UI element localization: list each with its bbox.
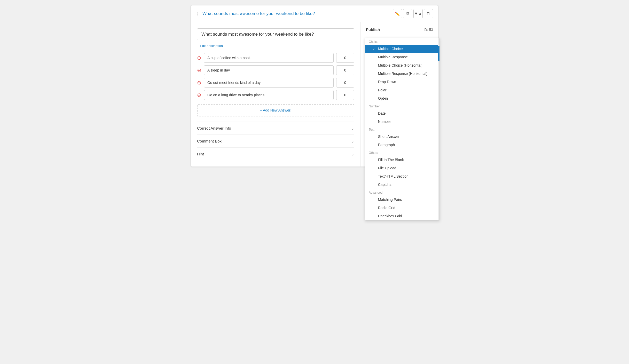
dropdown-item-matching-pairs[interactable]: Matching Pairs bbox=[365, 195, 439, 204]
dropdown-item-fill-in-blank[interactable]: Fill In The Blank bbox=[365, 156, 439, 164]
dropdown-item-label: Drop Down bbox=[378, 80, 396, 84]
correct-answer-label: Correct Answer Info bbox=[197, 126, 231, 130]
dropdown-item-label: Multiple Choice bbox=[378, 47, 403, 51]
id-label: ID: 53 bbox=[423, 28, 433, 32]
correct-answer-section: Correct Answer Info ⌄ bbox=[197, 122, 354, 134]
answer-row: ⊖ bbox=[197, 90, 354, 100]
score-input[interactable] bbox=[336, 90, 354, 100]
comment-box-toggle[interactable]: Comment Box ⌄ bbox=[197, 135, 354, 147]
dropdown-group-label: Choice bbox=[365, 38, 439, 45]
dropdown-item-label: Polar bbox=[378, 88, 387, 92]
dropdown-item-radio-grid[interactable]: Radio Grid bbox=[365, 204, 439, 212]
dropdown-item-date[interactable]: Date bbox=[365, 109, 439, 117]
dropdown-item-label: Short Answer bbox=[378, 134, 399, 139]
question-card: ⊹ What sounds most awesome for your week… bbox=[191, 5, 438, 167]
dropdown-item-polar[interactable]: Polar bbox=[365, 86, 439, 94]
dropdown-item-paragraph[interactable]: Paragraph bbox=[365, 141, 439, 149]
chevron-down-icon: ⌄ bbox=[351, 126, 354, 130]
answer-input[interactable] bbox=[204, 90, 334, 100]
answer-row: ⊖ bbox=[197, 53, 354, 63]
dropdown-group-label: Advanced bbox=[365, 189, 439, 195]
header-left: ⊹ What sounds most awesome for your week… bbox=[196, 11, 315, 16]
answer-input[interactable] bbox=[204, 65, 334, 75]
dropdown-item-drop-down[interactable]: Drop Down bbox=[365, 78, 439, 86]
dropdown-item-label: Checkbox Grid bbox=[378, 214, 402, 218]
answer-row: ⊖ bbox=[197, 78, 354, 88]
main-section: + Edit description ⊖⊖⊖⊖ + Add New Answer… bbox=[191, 22, 361, 167]
dropdown-item-label: Text/HTML Section bbox=[378, 174, 408, 178]
drag-handle-icon[interactable]: ⊹ bbox=[196, 11, 199, 16]
scrollbar-thumb bbox=[438, 46, 439, 61]
score-input[interactable] bbox=[336, 78, 354, 88]
sidebar: Publish ID: 53 Choice✓Multiple ChoiceMul… bbox=[361, 22, 438, 167]
dropdown-item-file-upload[interactable]: File Upload bbox=[365, 164, 439, 172]
card-body: + Edit description ⊖⊖⊖⊖ + Add New Answer… bbox=[191, 22, 438, 167]
publish-label: Publish bbox=[366, 27, 380, 32]
remove-answer-button[interactable]: ⊖ bbox=[197, 68, 201, 73]
dropdown-item-captcha[interactable]: Captcha bbox=[365, 180, 439, 189]
add-answer-button[interactable]: + Add New Answer! bbox=[197, 104, 354, 116]
dropdown-item-label: Number bbox=[378, 120, 391, 124]
answers-list: ⊖⊖⊖⊖ bbox=[197, 53, 354, 100]
dropdown-item-checkbox-grid[interactable]: Checkbox Grid bbox=[365, 212, 439, 220]
dropdown-item-label: Radio Grid bbox=[378, 206, 395, 210]
dropdown-item-label: Date bbox=[378, 111, 386, 115]
dropdown-item-label: Multiple Response (Horizontal) bbox=[378, 72, 427, 76]
dropdown-item-short-answer[interactable]: Short Answer bbox=[365, 132, 439, 141]
dropdown-item-label: Opt-in bbox=[378, 96, 388, 100]
score-input[interactable] bbox=[336, 65, 354, 75]
remove-answer-button[interactable]: ⊖ bbox=[197, 80, 201, 85]
dropdown-item-multiple-choice[interactable]: ✓Multiple Choice bbox=[365, 45, 439, 53]
answer-input[interactable] bbox=[204, 78, 334, 88]
dropdown-item-multiple-response[interactable]: Multiple Response bbox=[365, 53, 439, 61]
dropdown-item-multiple-response-horizontal[interactable]: Multiple Response (Horizontal) bbox=[365, 69, 439, 78]
score-input[interactable] bbox=[336, 53, 354, 63]
header-actions: ✏️ ⧉ ▼▲ 🗑 bbox=[393, 9, 433, 18]
dropdown-group-label: Number bbox=[365, 102, 439, 109]
chevron-down-icon-2: ⌄ bbox=[351, 139, 354, 143]
scrollbar[interactable] bbox=[438, 38, 439, 220]
dropdown-item-label: Paragraph bbox=[378, 143, 395, 147]
publish-header: Publish ID: 53 bbox=[366, 27, 433, 32]
dropdown-item-label: Matching Pairs bbox=[378, 197, 402, 202]
dropdown-group-label: Text bbox=[365, 126, 439, 132]
delete-button[interactable]: 🗑 bbox=[424, 9, 433, 18]
question-title: What sounds most awesome for your weeken… bbox=[202, 11, 315, 16]
dropdown-item-label: File Upload bbox=[378, 166, 396, 170]
dropdown-item-label: Multiple Choice (Horizontal) bbox=[378, 63, 422, 67]
edit-description-link[interactable]: + Edit description bbox=[197, 44, 223, 48]
move-button[interactable]: ▼▲ bbox=[413, 9, 423, 18]
correct-answer-toggle[interactable]: Correct Answer Info ⌄ bbox=[197, 122, 354, 134]
remove-answer-button[interactable]: ⊖ bbox=[197, 55, 201, 60]
comment-box-section: Comment Box ⌄ bbox=[197, 134, 354, 147]
check-icon: ✓ bbox=[372, 47, 376, 51]
chevron-down-icon-3: ⌄ bbox=[351, 152, 354, 156]
hint-label: Hint bbox=[197, 152, 204, 156]
dropdown-item-label: Multiple Response bbox=[378, 55, 408, 59]
comment-box-label: Comment Box bbox=[197, 139, 222, 143]
edit-button[interactable]: ✏️ bbox=[393, 9, 402, 18]
dropdown-group-label: Others bbox=[365, 149, 439, 156]
dropdown-item-opt-in[interactable]: Opt-in bbox=[365, 94, 439, 102]
dropdown-item-label: Fill In The Blank bbox=[378, 158, 404, 162]
type-dropdown[interactable]: Choice✓Multiple ChoiceMultiple ResponseM… bbox=[365, 38, 440, 220]
card-header: ⊹ What sounds most awesome for your week… bbox=[191, 5, 438, 22]
answer-input[interactable] bbox=[204, 53, 334, 63]
copy-button[interactable]: ⧉ bbox=[403, 9, 412, 18]
dropdown-item-multiple-choice-horizontal[interactable]: Multiple Choice (Horizontal) bbox=[365, 61, 439, 69]
dropdown-item-number[interactable]: Number bbox=[365, 117, 439, 126]
answer-row: ⊖ bbox=[197, 65, 354, 75]
remove-answer-button[interactable]: ⊖ bbox=[197, 92, 201, 98]
hint-section: Hint ⌄ bbox=[197, 147, 354, 160]
dropdown-item-text-html-section[interactable]: Text/HTML Section bbox=[365, 172, 439, 180]
hint-toggle[interactable]: Hint ⌄ bbox=[197, 148, 354, 160]
dropdown-item-label: Captcha bbox=[378, 183, 391, 187]
question-input[interactable] bbox=[197, 28, 354, 40]
